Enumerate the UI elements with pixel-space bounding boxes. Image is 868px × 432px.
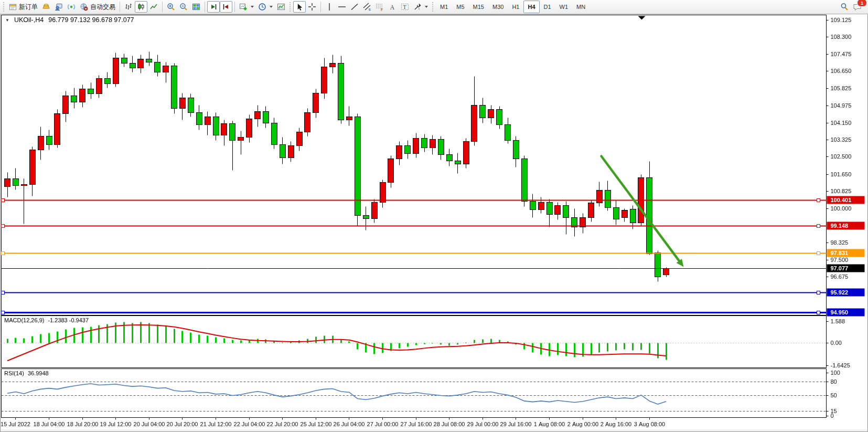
zoom-in-icon <box>167 3 175 11</box>
timeframe-label: M15 <box>473 4 484 10</box>
timeframe-m5-button[interactable]: M5 <box>452 1 468 13</box>
horizontal-line-tool-button[interactable] <box>336 1 348 13</box>
clock-icon <box>258 3 266 11</box>
equidistant-channel-tool-button[interactable]: E <box>361 1 373 13</box>
chart-template-button[interactable] <box>275 1 287 13</box>
search-icon <box>840 3 849 11</box>
auto-scroll-icon <box>209 3 218 11</box>
chart-template-icon <box>277 3 285 11</box>
toolbar-grip <box>289 2 292 12</box>
collapse-triangle-icon[interactable]: ▼ <box>5 18 9 23</box>
notifications-button[interactable]: 1 <box>851 1 864 13</box>
line-chart-mode-button[interactable] <box>147 1 160 13</box>
rsi-value: 36.9948 <box>28 370 49 376</box>
line-chart-icon <box>149 3 158 11</box>
rsi-name: RSI(14) <box>4 370 24 376</box>
horizontal-line-icon <box>338 3 346 10</box>
toolbar-separator <box>120 2 120 12</box>
rsi-indicator-label: RSI(14) 36.9948 <box>4 370 49 376</box>
timeframe-m30-button[interactable]: M30 <box>488 1 508 13</box>
tile-windows-button[interactable] <box>190 1 202 13</box>
period-button[interactable] <box>256 1 275 13</box>
market-watch-button[interactable] <box>40 1 52 13</box>
fibonacci-icon: F <box>376 3 384 11</box>
macd-values: -1.2383 -0.9437 <box>48 317 89 323</box>
trendline-icon <box>350 3 359 11</box>
auto-scroll-button[interactable] <box>207 1 220 13</box>
timeframe-label: W1 <box>560 4 569 10</box>
timeframe-h4-button[interactable]: H4 <box>523 1 539 13</box>
new-order-button[interactable]: 新订单 <box>7 1 40 13</box>
crosshair-tool-button[interactable] <box>306 1 318 13</box>
text-label-icon: T <box>401 3 409 11</box>
timeframe-label: M1 <box>440 4 448 10</box>
arrows-icon <box>413 3 422 11</box>
macd-indicator-label: MACD(12,26,9) -1.2383 -0.9437 <box>4 317 89 323</box>
ohlc-values: 96.779 97.132 96.678 97.077 <box>48 16 134 24</box>
chevron-down-icon <box>251 6 254 8</box>
chevron-down-icon <box>425 6 428 8</box>
chart-shift-button[interactable] <box>220 1 232 13</box>
zoom-out-button[interactable] <box>177 1 190 13</box>
timeframe-m1-button[interactable]: M1 <box>436 1 452 13</box>
timeframe-label: M5 <box>456 4 464 10</box>
candlestick-mode-button[interactable] <box>135 1 147 13</box>
svg-text:F: F <box>381 8 383 12</box>
svg-text:E: E <box>369 8 371 11</box>
channel-icon: E <box>363 3 371 11</box>
timeframe-label: M30 <box>492 4 503 10</box>
toolbar-grip <box>3 2 5 12</box>
text-label-tool-button[interactable]: T <box>399 1 411 13</box>
toolbar-separator <box>320 2 321 12</box>
timeframe-mn-button[interactable]: MN <box>572 1 590 13</box>
toolbar-grip <box>432 2 434 12</box>
timeframe-d1-button[interactable]: D1 <box>540 1 555 13</box>
arrows-tool-button[interactable] <box>411 1 430 13</box>
macd-name: MACD(12,26,9) <box>4 317 44 323</box>
chart-title: ▼ UKOil-,H4 96.779 97.132 96.678 97.077 <box>5 16 134 24</box>
toolbar-separator <box>234 2 235 12</box>
auto-trading-button[interactable]: 自动交易 <box>78 1 117 13</box>
auto-trading-icon <box>80 3 88 11</box>
toolbar-separator <box>162 2 163 12</box>
fibonacci-tool-button[interactable]: F <box>373 1 386 13</box>
timeframe-w1-button[interactable]: W1 <box>555 1 573 13</box>
candlestick-icon <box>137 3 145 11</box>
trendline-tool-button[interactable] <box>348 1 361 13</box>
auto-trading-label: 自动交易 <box>90 3 115 12</box>
text-tool-button[interactable]: A <box>386 1 399 13</box>
add-indicator-button[interactable] <box>237 1 256 13</box>
chart-shift-icon <box>222 3 230 11</box>
timeframe-label: MN <box>576 4 585 10</box>
chart-canvas[interactable] <box>0 0 868 432</box>
timeframe-label: D1 <box>544 4 551 10</box>
bar-chart-mode-button[interactable] <box>122 1 135 13</box>
cursor-tool-button[interactable] <box>293 1 306 13</box>
add-indicator-icon <box>239 3 248 11</box>
accounts-button[interactable] <box>52 1 65 13</box>
svg-text:T: T <box>403 4 406 10</box>
cursor-icon <box>296 3 304 11</box>
tile-windows-icon <box>192 3 200 11</box>
zoom-in-button[interactable] <box>165 1 177 13</box>
timeframe-label: H1 <box>512 4 519 10</box>
bar-chart-icon <box>124 3 133 11</box>
signals-button[interactable] <box>65 1 78 13</box>
vertical-line-icon <box>326 3 333 11</box>
user-terminal-icon <box>55 3 63 11</box>
new-order-icon <box>9 3 17 11</box>
zoom-out-icon <box>179 3 188 11</box>
toolbar-separator <box>205 2 205 12</box>
search-button[interactable] <box>838 1 851 13</box>
vertical-line-tool-button[interactable] <box>323 1 336 13</box>
gold-icon <box>42 3 50 11</box>
symbol-period-label: UKOil-,H4 <box>14 16 44 24</box>
timeframe-label: H4 <box>528 4 535 10</box>
svg-text:A: A <box>390 4 394 11</box>
timeframe-m15-button[interactable]: M15 <box>469 1 488 13</box>
timeframe-h1-button[interactable]: H1 <box>508 1 523 13</box>
new-order-label: 新订单 <box>19 3 38 12</box>
crosshair-icon <box>308 3 316 11</box>
chevron-down-icon <box>270 6 273 8</box>
notification-badge: 1 <box>857 0 867 7</box>
